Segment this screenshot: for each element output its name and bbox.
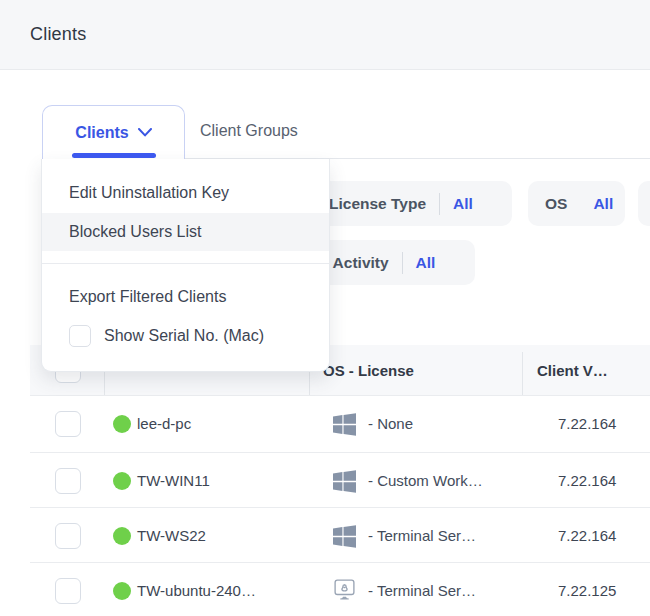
table-row[interactable]: TW-WIN11 - Custom Work… 7.22.164	[30, 453, 650, 508]
client-version: 7.22.125	[558, 582, 616, 599]
tab-clients-label: Clients	[75, 124, 128, 142]
client-version: 7.22.164	[558, 527, 616, 544]
table-row[interactable]: TW-WS22 - Terminal Ser… 7.22.164	[30, 508, 650, 563]
windows-icon	[333, 470, 356, 493]
client-name: TW-ubuntu-240…	[137, 582, 256, 599]
license-text: - None	[368, 415, 413, 432]
pill-divider	[439, 193, 440, 215]
filter-label-license-type: License Type	[329, 195, 426, 213]
windows-icon	[333, 525, 356, 548]
page-header: Clients	[0, 0, 650, 70]
license-text: - Terminal Ser…	[368, 527, 476, 544]
filter-value-os[interactable]: All	[593, 195, 613, 213]
show-serial-label: Show Serial No. (Mac)	[104, 327, 264, 345]
chevron-down-icon	[138, 128, 152, 137]
column-divider	[522, 352, 523, 395]
clients-dropdown-menu: Edit Uninstallation Key Blocked Users Li…	[41, 159, 330, 372]
filter-pill-cutoff[interactable]	[638, 181, 650, 226]
menu-item-blocked-users-list[interactable]: Blocked Users List	[42, 213, 329, 251]
online-status-dot	[113, 582, 131, 600]
online-status-dot	[113, 527, 131, 545]
active-tab-underline	[72, 153, 156, 158]
linux-icon	[333, 578, 356, 601]
page-title: Clients	[30, 24, 86, 45]
license-text: - Custom Work…	[368, 472, 483, 489]
row-checkbox[interactable]	[55, 468, 81, 494]
column-client-version: Client V…	[537, 345, 608, 395]
filter-value-last-activity[interactable]: All	[416, 254, 436, 272]
online-status-dot	[113, 415, 131, 433]
pill-divider	[402, 252, 403, 274]
tab-client-groups[interactable]: Client Groups	[200, 105, 298, 157]
client-name: lee-d-pc	[137, 415, 191, 432]
filter-value-license-type[interactable]: All	[453, 195, 473, 213]
filter-pill-os[interactable]: OS All	[528, 181, 625, 226]
column-os-license: OS - License	[323, 345, 414, 395]
tab-clients[interactable]: Clients	[42, 105, 185, 159]
row-checkbox[interactable]	[55, 578, 81, 604]
online-status-dot	[113, 472, 131, 490]
table-row[interactable]: TW-ubuntu-240… - Terminal Ser… 7.22.125	[30, 563, 650, 616]
license-text: - Terminal Ser…	[368, 582, 476, 599]
client-name: TW-WIN11	[137, 472, 210, 489]
menu-divider	[42, 263, 329, 264]
filter-pill-license-type[interactable]: License Type All	[312, 181, 512, 226]
row-checkbox[interactable]	[55, 411, 81, 437]
menu-item-edit-uninstallation-key[interactable]: Edit Uninstallation Key	[42, 173, 329, 213]
filter-label-os: OS	[545, 195, 567, 213]
row-checkbox[interactable]	[55, 523, 81, 549]
show-serial-checkbox[interactable]	[69, 325, 91, 347]
menu-item-export-filtered-clients[interactable]: Export Filtered Clients	[42, 279, 329, 315]
clients-page: Clients Clients Client Groups License Ty…	[0, 0, 650, 616]
table-row[interactable]: lee-d-pc - None 7.22.164	[30, 396, 650, 451]
client-version: 7.22.164	[558, 472, 616, 489]
client-name: TW-WS22	[137, 527, 206, 544]
tab-client-groups-label: Client Groups	[200, 122, 298, 140]
windows-icon	[333, 413, 356, 436]
client-version: 7.22.164	[558, 415, 616, 432]
menu-item-show-serial[interactable]: Show Serial No. (Mac)	[69, 325, 264, 347]
